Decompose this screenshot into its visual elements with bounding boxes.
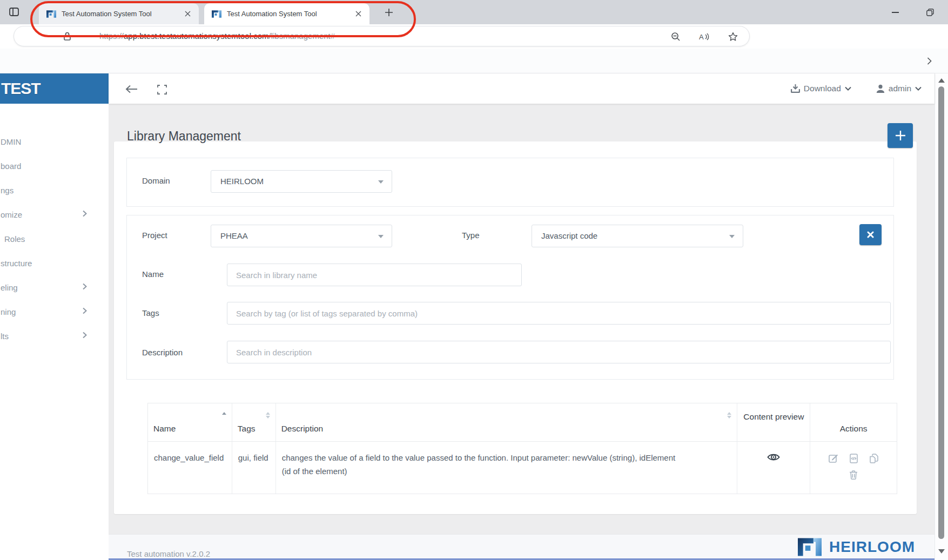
sidebar-item-results[interactable]: lts — [0, 324, 109, 348]
copy-icon[interactable] — [869, 454, 879, 463]
caret-down-icon — [378, 180, 384, 184]
sidebar-item-dashboard[interactable]: board — [0, 154, 109, 178]
sort-asc-icon — [222, 412, 226, 415]
sidebar-item-settings[interactable]: ngs — [0, 178, 109, 203]
favorite-star-icon[interactable] — [727, 30, 739, 43]
domain-select[interactable]: HEIRLOOM — [211, 170, 392, 193]
tab-favicon — [46, 10, 56, 18]
tab-title: Test Automation System Tool — [227, 10, 353, 18]
scrollbar-thumb[interactable] — [938, 86, 944, 539]
sidebar-item-roles[interactable]: Roles — [0, 227, 109, 251]
header-actions: Download admin — [791, 73, 922, 104]
tab-close-icon[interactable] — [353, 9, 363, 19]
project-select[interactable]: PHEAA — [211, 225, 392, 247]
scrollbar-down-arrow[interactable] — [938, 549, 945, 554]
description-search-input[interactable] — [227, 341, 891, 363]
chevron-down-icon — [915, 86, 922, 91]
tab-close-icon[interactable] — [183, 9, 192, 19]
app-logo[interactable]: TEST — [0, 73, 109, 104]
lock-icon[interactable] — [64, 32, 71, 41]
sidebar-item-infrastructure[interactable]: structure — [0, 251, 109, 275]
name-search-input[interactable] — [227, 264, 522, 286]
sidebar-item-customize[interactable]: omize — [0, 203, 109, 227]
browser-tab-1[interactable]: Test Automation System Tool — [39, 3, 199, 24]
user-menu[interactable]: admin — [876, 84, 922, 93]
caret-down-icon — [378, 235, 384, 238]
window-restore-button[interactable] — [915, 0, 945, 24]
code-file-icon[interactable] — [850, 454, 858, 463]
download-dropdown[interactable]: Download — [791, 84, 851, 93]
new-tab-button[interactable] — [381, 5, 396, 20]
library-panel: Domain HEIRLOOM Project PHEAA Type Javas… — [114, 141, 917, 514]
cell-content-preview — [737, 442, 810, 494]
tab-title: Test Automation System Tool — [62, 10, 183, 18]
column-header-description[interactable]: Description — [275, 403, 737, 441]
column-header-name[interactable]: Name — [148, 403, 232, 441]
add-library-button[interactable] — [888, 123, 913, 148]
sidebar-item-modeling[interactable]: eling — [0, 275, 109, 300]
address-bar[interactable]: https://app.btest.testautomationsystemto… — [14, 26, 750, 46]
browser-tab-2[interactable]: Test Automation System Tool — [204, 3, 369, 24]
table-header-row: Name Tags Description Content preview Ac… — [148, 403, 897, 442]
table-row: change_value_field gui, field changes th… — [148, 442, 897, 494]
tab-actions-menu-icon[interactable] — [8, 5, 21, 18]
sidebar-item-label: omize — [1, 210, 22, 219]
tags-search-input[interactable] — [227, 302, 891, 325]
page-title: Library Management — [127, 129, 241, 144]
cell-name: change_value_field — [148, 442, 232, 494]
type-select[interactable]: Javascript code — [532, 225, 743, 247]
sort-icon — [266, 412, 270, 419]
scrollbar-up-arrow[interactable] — [938, 78, 945, 83]
type-value: Javascript code — [541, 231, 597, 240]
cell-actions — [810, 442, 897, 494]
zoom-out-icon[interactable] — [669, 30, 682, 43]
sidebar-item-label: lts — [1, 332, 9, 341]
chevron-right-icon — [83, 332, 87, 339]
preview-eye-icon[interactable] — [737, 453, 810, 462]
project-value: PHEAA — [220, 231, 248, 240]
cell-description: changes the value of a field to the valu… — [275, 442, 737, 494]
url-path: /libsmanagement# — [269, 31, 335, 41]
sidebar-item-planning[interactable]: ning — [0, 300, 109, 324]
read-aloud-icon[interactable]: A — [698, 30, 711, 43]
sidebar-item-label: board — [1, 161, 21, 171]
screen: Test Automation System Tool Test Automat… — [0, 0, 948, 560]
domain-value: HEIRLOOM — [220, 177, 264, 186]
tags-label: Tags — [142, 308, 159, 318]
edit-icon[interactable] — [829, 454, 838, 463]
description-label: Description — [142, 348, 183, 357]
library-table: Name Tags Description Content preview Ac… — [147, 403, 897, 494]
back-arrow-icon[interactable] — [124, 83, 140, 96]
project-label: Project — [142, 231, 167, 240]
fullscreen-icon[interactable] — [156, 84, 168, 96]
sidebar-item-label: ngs — [1, 186, 14, 195]
app-logo-text: TEST — [1, 79, 41, 98]
chevron-down-icon — [845, 86, 851, 91]
chevron-right-icon — [83, 283, 87, 290]
page-scrollbar[interactable] — [934, 73, 948, 560]
delete-icon[interactable] — [849, 470, 858, 480]
window-minimize-button[interactable] — [880, 0, 910, 24]
heirloom-mark-icon — [798, 538, 822, 556]
caret-down-icon — [729, 235, 735, 238]
url-text[interactable]: https://app.btest.testautomationsystemto… — [99, 31, 335, 41]
url-protocol: https:// — [99, 31, 124, 41]
sidebar-item-label: Roles — [4, 234, 25, 244]
sidebar-item-admin[interactable]: DMIN — [0, 130, 109, 154]
tab-favicon — [212, 10, 221, 18]
url-domain: app.btest.testautomationsystemtool.com — [124, 31, 268, 41]
expand-chevron-icon[interactable] — [924, 56, 934, 66]
filters-box: Project PHEAA Type Javascript code Name … — [126, 215, 894, 380]
download-icon — [791, 84, 800, 93]
type-label: Type — [462, 231, 480, 240]
sort-icon — [727, 412, 731, 419]
chevron-right-icon — [83, 307, 87, 314]
column-header-tags[interactable]: Tags — [232, 403, 275, 441]
svg-text:A: A — [699, 33, 704, 41]
name-label: Name — [142, 269, 164, 279]
domain-label: Domain — [142, 176, 170, 185]
sidebar-menu: DMIN board ngs omize Roles structure eli… — [0, 130, 109, 348]
clear-filters-button[interactable] — [859, 224, 882, 245]
chevron-right-icon — [83, 210, 87, 217]
user-icon — [876, 84, 885, 93]
